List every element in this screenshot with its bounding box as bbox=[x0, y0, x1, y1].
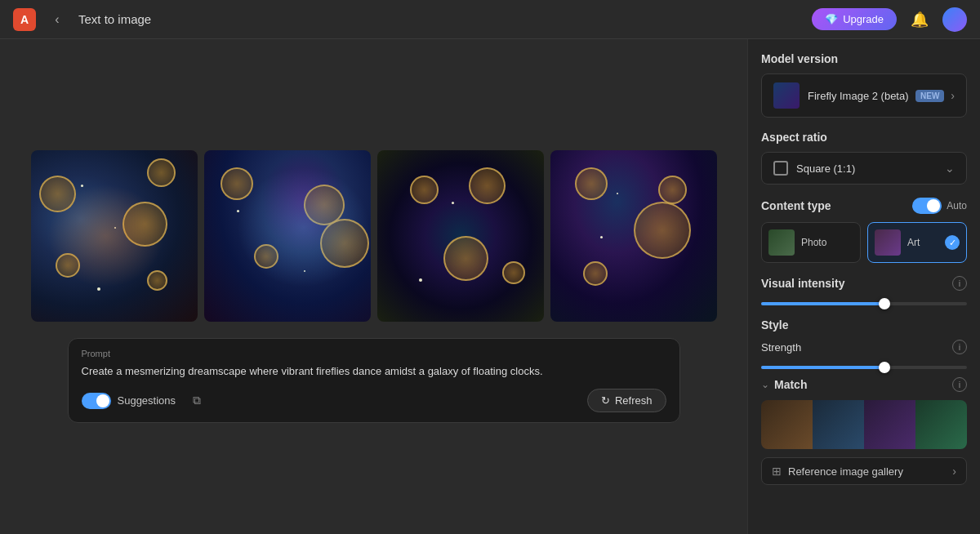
upgrade-button[interactable]: 💎 Upgrade bbox=[812, 8, 897, 30]
content-type-photo[interactable]: Photo bbox=[761, 222, 861, 263]
reference-images-preview bbox=[761, 400, 967, 449]
strength-header: Strength i bbox=[761, 340, 967, 354]
page-title: Text to image bbox=[78, 12, 151, 26]
reference-image-3 bbox=[864, 400, 915, 449]
image-grid bbox=[31, 150, 717, 322]
gallery-chevron-icon: › bbox=[952, 465, 956, 478]
copy-icon[interactable]: ⧉ bbox=[185, 389, 208, 412]
generated-image-3[interactable] bbox=[377, 150, 544, 322]
aspect-ratio-title: Aspect ratio bbox=[761, 131, 967, 144]
aspect-ratio-selector[interactable]: Square (1:1) ⌄ bbox=[761, 152, 967, 185]
app-header: A ‹ Text to image 💎 Upgrade 🔔 bbox=[0, 0, 980, 39]
visual-intensity-slider[interactable] bbox=[761, 302, 967, 305]
prompt-container: Prompt Create a mesmerizing dreamscape w… bbox=[68, 338, 680, 424]
app-logo: A bbox=[13, 8, 36, 31]
model-version-title: Model version bbox=[761, 52, 967, 65]
art-label: Art bbox=[907, 237, 920, 248]
chevron-down-icon: ⌄ bbox=[945, 162, 955, 175]
auto-toggle-switch[interactable] bbox=[912, 198, 942, 214]
generated-image-2[interactable] bbox=[204, 150, 371, 322]
photo-label: Photo bbox=[801, 237, 826, 248]
reference-image-gallery-row[interactable]: ⊞ Reference image gallery › bbox=[761, 457, 967, 485]
content-type-header: Content type Auto bbox=[761, 198, 967, 214]
prompt-text[interactable]: Create a mesmerizing dreamscape where vi… bbox=[82, 363, 666, 380]
style-section: Style Strength i ⌄ Match i bbox=[761, 318, 967, 485]
generated-image-4[interactable] bbox=[550, 150, 717, 322]
gallery-icon: ⊞ bbox=[772, 465, 782, 478]
match-label: Match bbox=[774, 378, 947, 391]
main-layout: Prompt Create a mesmerizing dreamscape w… bbox=[0, 39, 980, 534]
model-version-section: Model version Firefly Image 2 (beta) NEW… bbox=[761, 52, 967, 118]
avatar[interactable] bbox=[942, 7, 967, 32]
selected-check-icon: ✓ bbox=[945, 235, 960, 250]
style-title: Style bbox=[761, 318, 967, 332]
gallery-label: Reference image gallery bbox=[788, 465, 946, 478]
back-button[interactable]: ‹ bbox=[46, 8, 69, 31]
aspect-ratio-section: Aspect ratio Square (1:1) ⌄ bbox=[761, 131, 967, 185]
content-type-cards: Photo Art ✓ bbox=[761, 222, 967, 263]
model-selector[interactable]: Firefly Image 2 (beta) NEW › bbox=[761, 73, 967, 118]
chevron-right-icon: › bbox=[951, 89, 955, 102]
reference-image-2 bbox=[813, 400, 864, 449]
model-thumbnail bbox=[773, 82, 800, 109]
square-icon bbox=[773, 161, 788, 176]
prompt-label: Prompt bbox=[82, 349, 666, 358]
strength-slider[interactable] bbox=[761, 366, 967, 369]
generated-image-1[interactable] bbox=[31, 150, 198, 322]
reference-image-4 bbox=[915, 400, 967, 449]
reference-image-1 bbox=[761, 400, 813, 449]
suggestions-toggle[interactable]: Suggestions bbox=[82, 393, 176, 409]
refresh-button[interactable]: ↻ Refresh bbox=[587, 389, 666, 412]
visual-intensity-section: Visual intensity i bbox=[761, 276, 967, 305]
match-chevron-icon: ⌄ bbox=[761, 379, 769, 390]
auto-toggle-group: Auto bbox=[912, 198, 967, 214]
prompt-actions: Suggestions ⧉ ↻ Refresh bbox=[82, 389, 666, 412]
content-type-section: Content type Auto Photo Art ✓ bbox=[761, 198, 967, 263]
photo-thumbnail bbox=[768, 229, 795, 256]
visual-intensity-info-icon[interactable]: i bbox=[952, 276, 967, 291]
suggestions-label: Suggestions bbox=[118, 394, 176, 407]
aspect-ratio-value: Square (1:1) bbox=[796, 162, 945, 175]
new-badge: NEW bbox=[915, 90, 944, 102]
auto-label: Auto bbox=[947, 200, 967, 211]
model-name: Firefly Image 2 (beta) bbox=[808, 90, 909, 102]
match-header: ⌄ Match i bbox=[761, 377, 967, 392]
canvas-area: Prompt Create a mesmerizing dreamscape w… bbox=[0, 39, 747, 534]
match-info-icon[interactable]: i bbox=[952, 377, 967, 392]
upgrade-gem-icon: 💎 bbox=[825, 13, 838, 25]
visual-intensity-header: Visual intensity i bbox=[761, 276, 967, 291]
content-type-title: Content type bbox=[761, 199, 831, 212]
strength-label: Strength bbox=[761, 341, 801, 354]
visual-intensity-title: Visual intensity bbox=[761, 277, 844, 290]
strength-info-icon[interactable]: i bbox=[952, 340, 967, 354]
right-panel: Model version Firefly Image 2 (beta) NEW… bbox=[747, 39, 980, 534]
refresh-icon: ↻ bbox=[601, 394, 610, 407]
suggestions-switch[interactable] bbox=[82, 393, 111, 409]
notifications-bell-icon[interactable]: 🔔 bbox=[906, 7, 933, 33]
art-thumbnail bbox=[875, 229, 901, 256]
content-type-art[interactable]: Art ✓ bbox=[867, 222, 967, 263]
